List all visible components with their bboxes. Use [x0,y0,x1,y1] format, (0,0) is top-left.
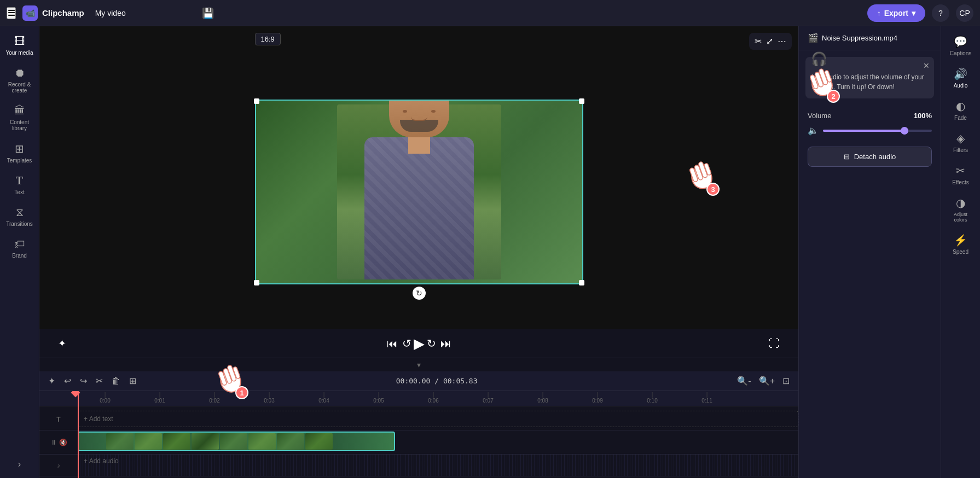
sidebar-item-content-library[interactable]: 🏛 Contentlibrary [1,100,38,136]
save-icon[interactable]: 💾 [202,7,214,19]
right-panel-header: 🎬 Noise Suppression.mp4 [799,26,941,50]
rewind-button[interactable]: ↺ [400,335,414,352]
sidebar-item-label: Text [14,189,24,195]
library-icon: 🏛 [14,104,25,117]
fade-icon: ◐ [956,100,965,113]
zoom-in-button[interactable]: 🔍+ [757,375,777,387]
text-icon: T [16,174,23,187]
hamburger-menu[interactable]: ☰ [7,7,16,19]
timeline-body[interactable]: 0:00 0:01 0:02 0:03 0:04 0:05 0:06 0:07 … [39,391,798,478]
video-clip[interactable] [78,432,395,451]
rsb-label: Speed [953,249,969,255]
redo-button[interactable]: ↪ [78,375,89,387]
app-logo: 📹 Clipchamp [22,5,84,21]
right-panel: 🎬 Noise Suppression.mp4 🎧 ✕ Use audio to… [798,26,941,478]
cut-button[interactable]: ✂ [94,375,105,387]
zoom-out-button[interactable]: 🔍- [735,375,753,387]
rsb-item-fade[interactable]: ◐ Fade [942,95,979,125]
avatar-button[interactable]: CP [956,4,973,22]
pause-icon: ⏸ [50,439,57,446]
rotate-handle[interactable]: ↻ [413,287,426,300]
video-preview: 16:9 ✂ ⤢ ⋯ [39,26,798,358]
ruler-mark: 0:08 [515,392,570,404]
video-frame-wrapper[interactable]: ↻ [255,100,583,284]
rsb-item-speed[interactable]: ⚡ Speed [942,229,979,259]
add-to-timeline-button[interactable]: ✦ [46,375,57,387]
skip-forward-button[interactable]: ⏭ [438,335,454,352]
logo-icon: 📹 [22,5,38,21]
sidebar-item-record-create[interactable]: ⏺ Record &create [1,62,38,98]
volume-slider[interactable] [823,130,932,132]
rsb-item-captions[interactable]: 💬 Captions [942,31,979,61]
fullscreen-button[interactable]: ⛶ [767,335,782,352]
file-name-area: 🎬 Noise Suppression.mp4 [808,33,897,43]
rsb-label: Captions [950,50,971,56]
aspect-ratio-badge: 16:9 [255,33,281,45]
timeline-playhead [78,391,79,478]
sidebar-item-text[interactable]: T Text [1,170,38,200]
film-frame [106,433,134,450]
info-box: 🎧 ✕ Use audio to adjust the volume of yo… [805,57,934,98]
rsb-item-filters[interactable]: ◈ Filters [942,127,979,158]
export-label: Export [884,9,908,18]
volume-thumb [901,127,908,135]
corner-tl [254,98,259,104]
sidebar-item-your-media[interactable]: 🎞 Your media [1,31,38,60]
film-frame [277,433,304,450]
skip-back-button[interactable]: ⏮ [385,335,400,352]
detach-audio-button[interactable]: ⊟ Detach audio [808,147,932,167]
film-frame [135,433,162,450]
fit-view-button[interactable]: ⊡ [780,375,792,387]
ruler-mark: 0:11 [680,392,734,404]
captions-icon: 💬 [954,35,967,48]
text-track-label: T [39,416,78,423]
preview-toolbar: ✂ ⤢ ⋯ [749,33,792,50]
magic-wand-button[interactable]: ✦ [56,335,68,352]
undo-button[interactable]: ↩ [62,375,73,387]
forward-button[interactable]: ↻ [425,335,438,352]
help-button[interactable]: ? [932,4,949,22]
mute-icon: 🔇 [59,439,67,446]
sidebar-expand-button[interactable]: › [14,455,25,474]
topbar-right: ↑ Export ▾ ? CP [867,4,973,22]
film-frame [192,433,219,450]
audio-track-content: + Add audio [78,454,798,476]
info-box-close-button[interactable]: ✕ [923,61,930,70]
sidebar-item-templates[interactable]: ⊞ Templates [1,138,38,168]
templates-icon: ⊞ [15,142,24,155]
rsb-label: Adjustcolors [954,212,967,223]
video-track-row: ⏸ 🔇 [39,430,798,454]
add-text-label: + Add text [84,415,113,423]
play-button[interactable]: ▶ [414,335,425,352]
text-track-content: + Add text [78,409,798,430]
add-text-button[interactable]: + Add text [78,411,798,427]
rsb-label: Filters [953,147,968,153]
ruler-mark: 0:02 [187,392,242,404]
speed-icon: ⚡ [954,234,967,247]
export-button[interactable]: ↑ Export ▾ [867,4,925,22]
sidebar-item-transitions[interactable]: ⧖ Transitions [1,202,38,231]
file-icon: 🎬 [808,33,819,43]
timeline-collapse: ▾ [39,358,798,371]
audio-icon: 🔊 [954,67,967,80]
main-area: 🎞 Your media ⏺ Record &create 🏛 Contentl… [0,26,980,478]
timeline-section: ▾ ✦ ↩ ↪ ✂ 🗑 ⊞ 00:00.00 / 00:05.83 🔍- 🔍+ [39,358,798,478]
video-title-input[interactable] [91,7,195,20]
rsb-item-effects[interactable]: ✂ Effects [942,160,979,190]
collapse-timeline-button[interactable]: ▾ [417,360,421,369]
rsb-item-audio[interactable]: 🔊 Audio [942,63,979,93]
delete-button[interactable]: 🗑 [109,375,123,387]
rsb-item-adjust-colors[interactable]: ◑ Adjustcolors [942,192,979,227]
info-box-text: Use audio to adjust the volume of your s… [812,72,927,92]
duplicate-button[interactable]: ⊞ [127,375,138,387]
more-button[interactable]: ⋯ [778,36,786,46]
video-frame [256,101,582,283]
timecode: 00:00.00 / 00:05.83 [396,377,478,385]
sidebar-item-brand-kit[interactable]: 🏷 Brand [1,234,38,263]
crop-button[interactable]: ✂ [755,36,762,46]
adjust-colors-icon: ◑ [956,196,965,209]
ruler-mark: 0:10 [625,392,680,404]
video-track-content [78,430,798,454]
resize-button[interactable]: ⤢ [766,36,773,46]
center-area: 16:9 ✂ ⤢ ⋯ [39,26,798,478]
